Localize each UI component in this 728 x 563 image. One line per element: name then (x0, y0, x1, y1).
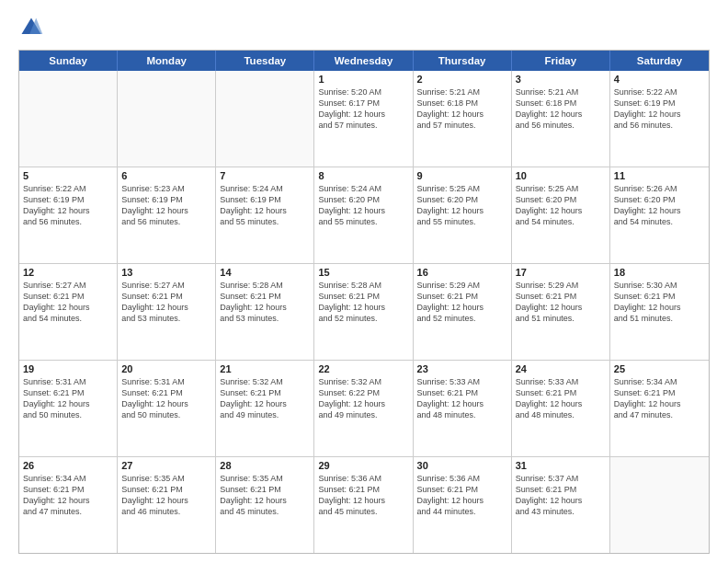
header-day-tuesday: Tuesday (216, 51, 314, 71)
calendar-cell: 17Sunrise: 5:29 AM Sunset: 6:21 PM Dayli… (512, 264, 610, 360)
day-info: Sunrise: 5:30 AM Sunset: 6:21 PM Dayligh… (614, 280, 705, 325)
day-number: 27 (121, 460, 211, 471)
day-info: Sunrise: 5:24 AM Sunset: 6:19 PM Dayligh… (220, 183, 310, 228)
day-info: Sunrise: 5:36 AM Sunset: 6:21 PM Dayligh… (318, 473, 408, 518)
calendar-week-3: 19Sunrise: 5:31 AM Sunset: 6:21 PM Dayli… (19, 361, 709, 457)
day-info: Sunrise: 5:32 AM Sunset: 6:21 PM Dayligh… (220, 376, 310, 421)
calendar-cell: 26Sunrise: 5:34 AM Sunset: 6:21 PM Dayli… (19, 457, 118, 553)
day-info: Sunrise: 5:33 AM Sunset: 6:21 PM Dayligh… (417, 376, 507, 421)
calendar-cell (118, 71, 216, 167)
calendar-cell: 27Sunrise: 5:35 AM Sunset: 6:21 PM Dayli… (118, 457, 216, 553)
calendar-cell: 10Sunrise: 5:25 AM Sunset: 6:20 PM Dayli… (512, 167, 610, 263)
calendar-cell: 25Sunrise: 5:34 AM Sunset: 6:21 PM Dayli… (610, 361, 709, 456)
day-number: 5 (23, 170, 113, 181)
calendar-cell: 22Sunrise: 5:32 AM Sunset: 6:22 PM Dayli… (314, 361, 413, 456)
day-info: Sunrise: 5:31 AM Sunset: 6:21 PM Dayligh… (23, 376, 113, 421)
calendar-header-row: SundayMondayTuesdayWednesdayThursdayFrid… (19, 51, 709, 71)
logo-icon (18, 15, 44, 40)
calendar-cell: 6Sunrise: 5:23 AM Sunset: 6:19 PM Daylig… (118, 167, 216, 263)
day-info: Sunrise: 5:35 AM Sunset: 6:21 PM Dayligh… (121, 473, 211, 518)
calendar-week-2: 12Sunrise: 5:27 AM Sunset: 6:21 PM Dayli… (19, 264, 709, 361)
day-number: 29 (318, 460, 408, 471)
day-number: 19 (23, 363, 113, 374)
calendar-cell: 12Sunrise: 5:27 AM Sunset: 6:21 PM Dayli… (19, 264, 118, 360)
day-number: 15 (318, 267, 408, 278)
calendar-body: 1Sunrise: 5:20 AM Sunset: 6:17 PM Daylig… (19, 71, 709, 553)
day-number: 7 (220, 170, 310, 181)
calendar-cell (610, 457, 709, 553)
calendar-cell: 18Sunrise: 5:30 AM Sunset: 6:21 PM Dayli… (610, 264, 709, 360)
header-day-sunday: Sunday (19, 51, 118, 71)
day-info: Sunrise: 5:29 AM Sunset: 6:21 PM Dayligh… (417, 280, 507, 325)
calendar-cell: 23Sunrise: 5:33 AM Sunset: 6:21 PM Dayli… (414, 361, 512, 456)
header-day-wednesday: Wednesday (314, 51, 413, 71)
day-number: 18 (614, 267, 705, 278)
calendar-cell (19, 71, 118, 167)
day-number: 4 (614, 74, 705, 85)
day-info: Sunrise: 5:34 AM Sunset: 6:21 PM Dayligh… (23, 473, 113, 518)
day-info: Sunrise: 5:32 AM Sunset: 6:22 PM Dayligh… (318, 376, 408, 421)
header-day-saturday: Saturday (610, 51, 709, 71)
day-number: 3 (516, 74, 606, 85)
day-number: 14 (220, 267, 310, 278)
calendar-cell: 5Sunrise: 5:22 AM Sunset: 6:19 PM Daylig… (19, 167, 118, 263)
day-number: 20 (121, 363, 211, 374)
header-day-monday: Monday (118, 51, 216, 71)
day-number: 21 (220, 363, 310, 374)
day-number: 17 (516, 267, 606, 278)
calendar-cell: 15Sunrise: 5:28 AM Sunset: 6:21 PM Dayli… (314, 264, 413, 360)
calendar-cell (216, 71, 314, 167)
calendar-cell: 9Sunrise: 5:25 AM Sunset: 6:20 PM Daylig… (414, 167, 512, 263)
day-number: 9 (417, 170, 507, 181)
calendar-cell: 4Sunrise: 5:22 AM Sunset: 6:19 PM Daylig… (610, 71, 709, 167)
calendar: SundayMondayTuesdayWednesdayThursdayFrid… (18, 50, 710, 554)
day-number: 30 (417, 460, 507, 471)
day-number: 12 (23, 267, 113, 278)
day-number: 26 (23, 460, 113, 471)
day-info: Sunrise: 5:25 AM Sunset: 6:20 PM Dayligh… (417, 183, 507, 228)
calendar-week-0: 1Sunrise: 5:20 AM Sunset: 6:17 PM Daylig… (19, 71, 709, 167)
day-info: Sunrise: 5:35 AM Sunset: 6:21 PM Dayligh… (220, 473, 310, 518)
day-number: 16 (417, 267, 507, 278)
day-number: 31 (516, 460, 606, 471)
calendar-cell: 24Sunrise: 5:33 AM Sunset: 6:21 PM Dayli… (512, 361, 610, 456)
day-number: 28 (220, 460, 310, 471)
day-info: Sunrise: 5:34 AM Sunset: 6:21 PM Dayligh… (614, 376, 705, 421)
calendar-cell: 8Sunrise: 5:24 AM Sunset: 6:20 PM Daylig… (314, 167, 413, 263)
header-day-friday: Friday (512, 51, 610, 71)
calendar-cell: 13Sunrise: 5:27 AM Sunset: 6:21 PM Dayli… (118, 264, 216, 360)
calendar-cell: 28Sunrise: 5:35 AM Sunset: 6:21 PM Dayli… (216, 457, 314, 553)
day-number: 24 (516, 363, 606, 374)
day-info: Sunrise: 5:33 AM Sunset: 6:21 PM Dayligh… (516, 376, 606, 421)
calendar-cell: 11Sunrise: 5:26 AM Sunset: 6:20 PM Dayli… (610, 167, 709, 263)
calendar-cell: 20Sunrise: 5:31 AM Sunset: 6:21 PM Dayli… (118, 361, 216, 456)
day-number: 25 (614, 363, 705, 374)
day-info: Sunrise: 5:27 AM Sunset: 6:21 PM Dayligh… (121, 280, 211, 325)
calendar-cell: 3Sunrise: 5:21 AM Sunset: 6:18 PM Daylig… (512, 71, 610, 167)
day-info: Sunrise: 5:20 AM Sunset: 6:17 PM Dayligh… (318, 86, 408, 132)
calendar-cell: 21Sunrise: 5:32 AM Sunset: 6:21 PM Dayli… (216, 361, 314, 456)
calendar-cell: 7Sunrise: 5:24 AM Sunset: 6:19 PM Daylig… (216, 167, 314, 263)
day-info: Sunrise: 5:31 AM Sunset: 6:21 PM Dayligh… (121, 376, 211, 421)
calendar-cell: 14Sunrise: 5:28 AM Sunset: 6:21 PM Dayli… (216, 264, 314, 360)
calendar-cell: 16Sunrise: 5:29 AM Sunset: 6:21 PM Dayli… (414, 264, 512, 360)
day-info: Sunrise: 5:25 AM Sunset: 6:20 PM Dayligh… (516, 183, 606, 228)
day-info: Sunrise: 5:26 AM Sunset: 6:20 PM Dayligh… (614, 183, 705, 228)
header-day-thursday: Thursday (414, 51, 512, 71)
day-info: Sunrise: 5:37 AM Sunset: 6:21 PM Dayligh… (516, 473, 606, 518)
header (18, 15, 710, 40)
calendar-week-4: 26Sunrise: 5:34 AM Sunset: 6:21 PM Dayli… (19, 457, 709, 553)
logo (18, 15, 48, 40)
calendar-cell: 19Sunrise: 5:31 AM Sunset: 6:21 PM Dayli… (19, 361, 118, 456)
calendar-cell: 30Sunrise: 5:36 AM Sunset: 6:21 PM Dayli… (414, 457, 512, 553)
day-number: 22 (318, 363, 408, 374)
day-info: Sunrise: 5:22 AM Sunset: 6:19 PM Dayligh… (614, 86, 705, 132)
day-info: Sunrise: 5:28 AM Sunset: 6:21 PM Dayligh… (220, 280, 310, 325)
calendar-cell: 2Sunrise: 5:21 AM Sunset: 6:18 PM Daylig… (414, 71, 512, 167)
day-info: Sunrise: 5:22 AM Sunset: 6:19 PM Dayligh… (23, 183, 113, 228)
day-number: 13 (121, 267, 211, 278)
calendar-cell: 31Sunrise: 5:37 AM Sunset: 6:21 PM Dayli… (512, 457, 610, 553)
page: SundayMondayTuesdayWednesdayThursdayFrid… (0, 0, 728, 563)
day-number: 8 (318, 170, 408, 181)
day-number: 2 (417, 74, 507, 85)
